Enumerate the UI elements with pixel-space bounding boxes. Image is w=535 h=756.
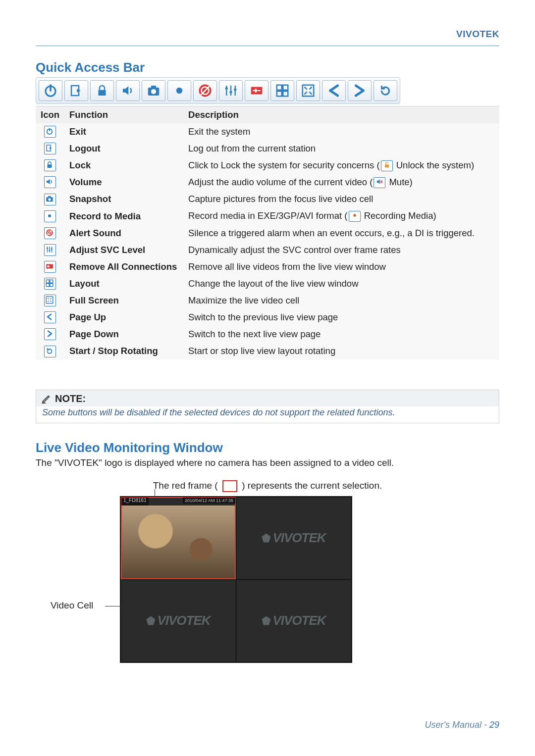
function-description: Dynamically adjust the SVC control over … [183,242,499,258]
function-description: Maximize the live video cell [183,292,499,309]
mute-inline-icon [374,177,385,188]
rotate-button[interactable] [374,80,397,101]
snapshot-icon [44,194,56,205]
pencil-icon [41,393,52,404]
video-cell-2[interactable]: VIVOTEK [237,498,351,579]
snapshot-button[interactable] [142,80,165,101]
svg-rect-22 [303,85,314,97]
recording-inline-icon [349,211,361,222]
table-row: VolumeAdjust the audio volume of the cur… [36,174,499,191]
table-row: ExitExit the system [36,123,499,140]
pointer-line-top [155,489,155,498]
svg-rect-20 [277,91,282,96]
function-name: Full Screen [64,292,183,309]
video-cell-1[interactable]: 1_FD8161 2010/04/12 AM 11:47:35 [121,498,235,579]
record-icon [44,210,56,222]
table-row: Start / Stop RotatingStart or stop live … [36,343,499,359]
alert-icon [44,227,56,239]
table-row: Alert SoundSilence a triggered alarm whe… [36,225,499,242]
page-down-button[interactable] [348,80,372,101]
function-name: Page Up [64,309,183,326]
vivotek-logo: VIVOTEK [146,613,210,628]
svg-rect-16 [234,89,236,91]
section-title-quick-access: Quick Access Bar [36,60,499,75]
function-description: Remove all live videos from the live vie… [183,258,499,275]
video-cell-4[interactable]: VIVOTEK [237,580,351,661]
function-name: Start / Stop Rotating [64,343,183,359]
quick-access-toolbar [36,77,400,104]
videocell-label: Video Cell [51,600,93,611]
function-name: Remove All Connections [64,258,183,275]
function-name: Record to Media [64,208,183,225]
logout-icon [44,143,56,154]
svg-rect-15 [230,91,232,93]
layout-icon [44,278,56,290]
cell-timestamp: 2010/04/12 AM 11:47:35 [183,498,235,504]
note-title: NOTE: [55,393,86,404]
red-frame-line: The red frame ( ) represents the current… [36,480,499,492]
function-name: Snapshot [64,191,183,207]
svg-rect-21 [283,91,288,96]
cell-title: 1_FD8161 [121,498,149,505]
function-description: Click to Lock the system for security co… [183,157,499,174]
svg-rect-18 [277,85,282,90]
function-name: Lock [64,157,183,174]
function-description: Silence a triggered alarm when an event … [183,225,499,242]
volume-button[interactable] [116,80,140,101]
col-function: Function [64,106,183,124]
function-description: Record media in EXE/3GP/AVI format ( Rec… [183,208,499,225]
col-icon: Icon [36,106,64,124]
function-name: Volume [64,174,183,191]
note-box: NOTE: Some buttons will be disabled if t… [36,390,499,423]
function-table: Icon Function Description ExitExit the s… [36,106,499,360]
note-header: NOTE: [36,390,499,406]
record-button[interactable] [167,80,191,101]
video-cell-3[interactable]: VIVOTEK [121,580,235,661]
alert-sound-button[interactable] [193,80,217,101]
svc-level-button[interactable] [219,80,243,101]
table-row: LogoutLog out from the current station [36,140,499,157]
page-up-button[interactable] [322,80,346,101]
lock-button[interactable] [90,80,114,101]
footer: User's Manual - 29 [425,720,499,730]
page: VIVOTEK Quick Access Bar Icon Function D… [0,0,535,756]
remove-connections-button[interactable] [245,80,268,101]
table-row: LayoutChange the layout of the live view… [36,275,499,292]
layout-button[interactable] [270,80,294,101]
function-name: Logout [64,140,183,157]
function-name: Alert Sound [64,225,183,242]
svg-rect-3 [99,90,106,96]
table-row: Page DownSwitch to the next live view pa… [36,326,499,343]
table-row: Remove All ConnectionsRemove all live vi… [36,258,499,275]
function-description: Switch to the next live view page [183,326,499,343]
vivotek-logo: VIVOTEK [262,613,325,628]
svg-point-5 [151,89,156,94]
exit-button[interactable] [39,80,62,101]
function-name: Page Down [64,326,183,343]
table-row: Record to MediaRecord media in EXE/3GP/A… [36,208,499,225]
logout-button[interactable] [64,80,88,101]
lock-icon [44,159,56,171]
vivotek-logo: VIVOTEK [262,530,325,546]
svg-point-7 [176,88,183,94]
video-grid: 1_FD8161 2010/04/12 AM 11:47:35 VIVOTEK … [120,496,352,663]
exit-icon [44,126,56,138]
red-frame-icon [222,480,237,492]
svg-rect-6 [151,86,156,88]
section-title-live-video: Live Video Monitoring Window [36,440,499,455]
pageup-icon [44,311,56,323]
table-row: Full ScreenMaximize the live video cell [36,292,499,309]
table-row: Page UpSwitch to the previous live view … [36,309,499,326]
pagedown-icon [44,328,56,340]
function-name: Exit [64,123,183,140]
video-thumbnail [121,505,235,579]
function-description: Adjust the audio volume of the current v… [183,174,499,191]
fullscreen-icon [44,295,56,306]
fullscreen-button[interactable] [296,80,320,101]
col-description: Description [183,106,499,124]
brand-header: VIVOTEK [456,29,499,40]
monitor-wrap: Video Cell 1_FD8161 2010/04/12 AM 11:47:… [120,496,467,663]
rotate-icon [44,346,56,357]
live-intro-text: The "VIVOTEK" logo is displayed where no… [36,457,499,468]
function-description: Change the layout of the live view windo… [183,275,499,292]
